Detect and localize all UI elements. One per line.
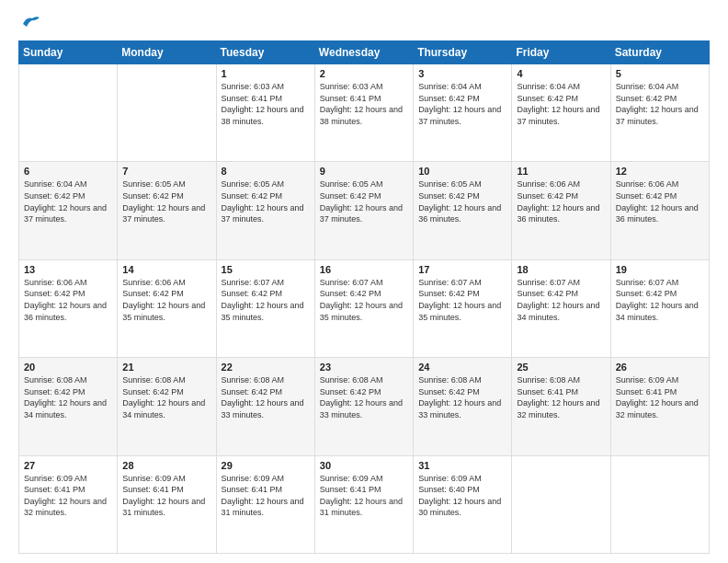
calendar-table: SundayMondayTuesdayWednesdayThursdayFrid…: [18, 40, 710, 554]
day-cell: 17Sunrise: 6:07 AMSunset: 6:42 PMDayligh…: [414, 259, 512, 357]
day-cell: 28Sunrise: 6:09 AMSunset: 6:41 PMDayligh…: [118, 455, 216, 553]
day-info: Sunrise: 6:09 AMSunset: 6:40 PMDaylight:…: [418, 473, 506, 519]
day-cell: 4Sunrise: 6:04 AMSunset: 6:42 PMDaylight…: [512, 64, 610, 162]
day-number: 4: [517, 68, 605, 79]
day-cell: 1Sunrise: 6:03 AMSunset: 6:41 PMDaylight…: [216, 64, 314, 162]
day-cell: 8Sunrise: 6:05 AMSunset: 6:42 PMDaylight…: [216, 162, 314, 259]
day-number: 20: [24, 362, 112, 373]
day-cell: 26Sunrise: 6:09 AMSunset: 6:41 PMDayligh…: [610, 358, 709, 455]
day-info: Sunrise: 6:06 AMSunset: 6:42 PMDaylight:…: [517, 178, 605, 224]
day-cell: 3Sunrise: 6:04 AMSunset: 6:42 PMDaylight…: [414, 64, 512, 162]
week-row-3: 13Sunrise: 6:06 AMSunset: 6:42 PMDayligh…: [19, 259, 710, 357]
day-info: Sunrise: 6:03 AMSunset: 6:41 PMDaylight:…: [320, 81, 408, 127]
week-row-1: 1Sunrise: 6:03 AMSunset: 6:41 PMDaylight…: [19, 64, 710, 162]
day-cell: 20Sunrise: 6:08 AMSunset: 6:42 PMDayligh…: [19, 358, 118, 455]
day-number: 31: [418, 460, 506, 471]
day-cell: 15Sunrise: 6:07 AMSunset: 6:42 PMDayligh…: [216, 259, 314, 357]
day-number: 6: [24, 166, 112, 177]
day-cell: 18Sunrise: 6:07 AMSunset: 6:42 PMDayligh…: [512, 259, 610, 357]
day-number: 27: [24, 460, 112, 471]
week-row-5: 27Sunrise: 6:09 AMSunset: 6:41 PMDayligh…: [19, 455, 710, 553]
day-number: 11: [517, 166, 605, 177]
day-number: 25: [517, 362, 605, 373]
day-info: Sunrise: 6:08 AMSunset: 6:42 PMDaylight:…: [320, 374, 408, 420]
day-number: 13: [24, 264, 112, 275]
day-cell: 2Sunrise: 6:03 AMSunset: 6:41 PMDaylight…: [314, 64, 413, 162]
day-info: Sunrise: 6:04 AMSunset: 6:42 PMDaylight:…: [24, 178, 112, 224]
day-number: 3: [418, 68, 506, 79]
day-info: Sunrise: 6:07 AMSunset: 6:42 PMDaylight:…: [418, 277, 506, 323]
day-info: Sunrise: 6:07 AMSunset: 6:42 PMDaylight:…: [517, 277, 605, 323]
day-info: Sunrise: 6:05 AMSunset: 6:42 PMDaylight:…: [320, 178, 408, 224]
col-header-friday: Friday: [512, 41, 610, 64]
col-header-sunday: Sunday: [19, 41, 118, 64]
day-number: 22: [222, 362, 310, 373]
day-number: 19: [616, 264, 704, 275]
day-cell: 16Sunrise: 6:07 AMSunset: 6:42 PMDayligh…: [314, 259, 413, 357]
day-cell: [512, 455, 610, 553]
col-header-wednesday: Wednesday: [314, 41, 413, 64]
day-info: Sunrise: 6:09 AMSunset: 6:41 PMDaylight:…: [24, 473, 112, 519]
page-header: [18, 15, 710, 33]
day-info: Sunrise: 6:09 AMSunset: 6:41 PMDaylight:…: [222, 473, 310, 519]
day-cell: 19Sunrise: 6:07 AMSunset: 6:42 PMDayligh…: [610, 259, 709, 357]
day-cell: 13Sunrise: 6:06 AMSunset: 6:42 PMDayligh…: [19, 259, 118, 357]
day-cell: 9Sunrise: 6:05 AMSunset: 6:42 PMDaylight…: [314, 162, 413, 259]
day-cell: 24Sunrise: 6:08 AMSunset: 6:42 PMDayligh…: [414, 358, 512, 455]
day-number: 29: [222, 460, 310, 471]
day-cell: 29Sunrise: 6:09 AMSunset: 6:41 PMDayligh…: [216, 455, 314, 553]
day-cell: 31Sunrise: 6:09 AMSunset: 6:40 PMDayligh…: [414, 455, 512, 553]
day-info: Sunrise: 6:06 AMSunset: 6:42 PMDaylight:…: [24, 277, 112, 323]
col-header-tuesday: Tuesday: [216, 41, 314, 64]
day-number: 24: [418, 362, 506, 373]
day-info: Sunrise: 6:09 AMSunset: 6:41 PMDaylight:…: [616, 374, 704, 420]
day-info: Sunrise: 6:05 AMSunset: 6:42 PMDaylight:…: [418, 178, 506, 224]
day-number: 12: [616, 166, 704, 177]
day-number: 15: [222, 264, 310, 275]
day-number: 30: [320, 460, 408, 471]
day-info: Sunrise: 6:08 AMSunset: 6:42 PMDaylight:…: [418, 374, 506, 420]
day-info: Sunrise: 6:08 AMSunset: 6:42 PMDaylight:…: [122, 374, 210, 420]
day-number: 2: [320, 68, 408, 79]
week-row-2: 6Sunrise: 6:04 AMSunset: 6:42 PMDaylight…: [19, 162, 710, 259]
day-number: 23: [320, 362, 408, 373]
day-info: Sunrise: 6:05 AMSunset: 6:42 PMDaylight:…: [222, 178, 310, 224]
col-header-thursday: Thursday: [414, 41, 512, 64]
day-info: Sunrise: 6:07 AMSunset: 6:42 PMDaylight:…: [222, 277, 310, 323]
col-header-saturday: Saturday: [610, 41, 709, 64]
day-number: 8: [222, 166, 310, 177]
week-row-4: 20Sunrise: 6:08 AMSunset: 6:42 PMDayligh…: [19, 358, 710, 455]
day-number: 17: [418, 264, 506, 275]
col-header-monday: Monday: [118, 41, 216, 64]
logo-bird-icon: [21, 15, 41, 33]
day-cell: 23Sunrise: 6:08 AMSunset: 6:42 PMDayligh…: [314, 358, 413, 455]
day-info: Sunrise: 6:08 AMSunset: 6:42 PMDaylight:…: [222, 374, 310, 420]
day-info: Sunrise: 6:09 AMSunset: 6:41 PMDaylight:…: [320, 473, 408, 519]
day-info: Sunrise: 6:03 AMSunset: 6:41 PMDaylight:…: [222, 81, 310, 127]
day-number: 14: [122, 264, 210, 275]
day-cell: 21Sunrise: 6:08 AMSunset: 6:42 PMDayligh…: [118, 358, 216, 455]
day-number: 10: [418, 166, 506, 177]
day-cell: [19, 64, 118, 162]
day-info: Sunrise: 6:08 AMSunset: 6:41 PMDaylight:…: [517, 374, 605, 420]
day-cell: 7Sunrise: 6:05 AMSunset: 6:42 PMDaylight…: [118, 162, 216, 259]
calendar-header-row: SundayMondayTuesdayWednesdayThursdayFrid…: [19, 41, 710, 64]
day-cell: 25Sunrise: 6:08 AMSunset: 6:41 PMDayligh…: [512, 358, 610, 455]
day-number: 26: [616, 362, 704, 373]
day-info: Sunrise: 6:06 AMSunset: 6:42 PMDaylight:…: [122, 277, 210, 323]
day-number: 18: [517, 264, 605, 275]
day-info: Sunrise: 6:06 AMSunset: 6:42 PMDaylight:…: [616, 178, 704, 224]
day-number: 9: [320, 166, 408, 177]
logo: [18, 15, 41, 33]
day-info: Sunrise: 6:09 AMSunset: 6:41 PMDaylight:…: [122, 473, 210, 519]
day-info: Sunrise: 6:07 AMSunset: 6:42 PMDaylight:…: [616, 277, 704, 323]
day-info: Sunrise: 6:04 AMSunset: 6:42 PMDaylight:…: [517, 81, 605, 127]
day-info: Sunrise: 6:04 AMSunset: 6:42 PMDaylight:…: [616, 81, 704, 127]
day-info: Sunrise: 6:04 AMSunset: 6:42 PMDaylight:…: [418, 81, 506, 127]
day-info: Sunrise: 6:07 AMSunset: 6:42 PMDaylight:…: [320, 277, 408, 323]
day-number: 1: [222, 68, 310, 79]
day-cell: 12Sunrise: 6:06 AMSunset: 6:42 PMDayligh…: [610, 162, 709, 259]
day-info: Sunrise: 6:05 AMSunset: 6:42 PMDaylight:…: [122, 178, 210, 224]
day-cell: 5Sunrise: 6:04 AMSunset: 6:42 PMDaylight…: [610, 64, 709, 162]
day-cell: 11Sunrise: 6:06 AMSunset: 6:42 PMDayligh…: [512, 162, 610, 259]
